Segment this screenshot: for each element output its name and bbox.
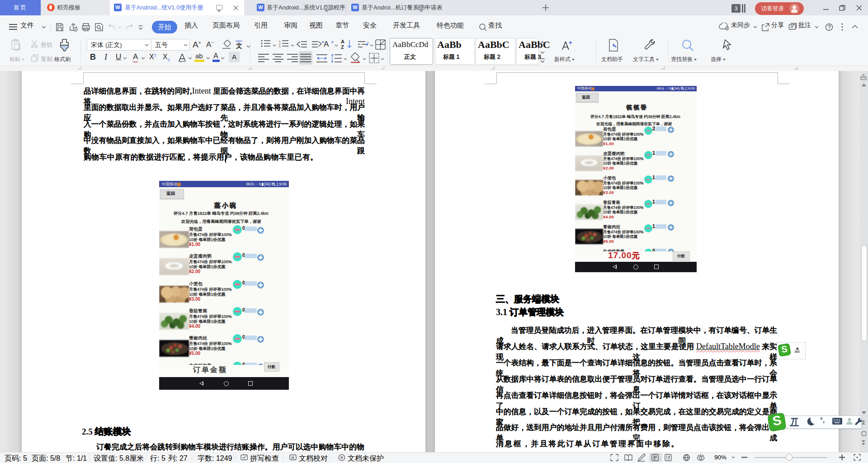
svg-text:3.: 3. (279, 45, 281, 48)
